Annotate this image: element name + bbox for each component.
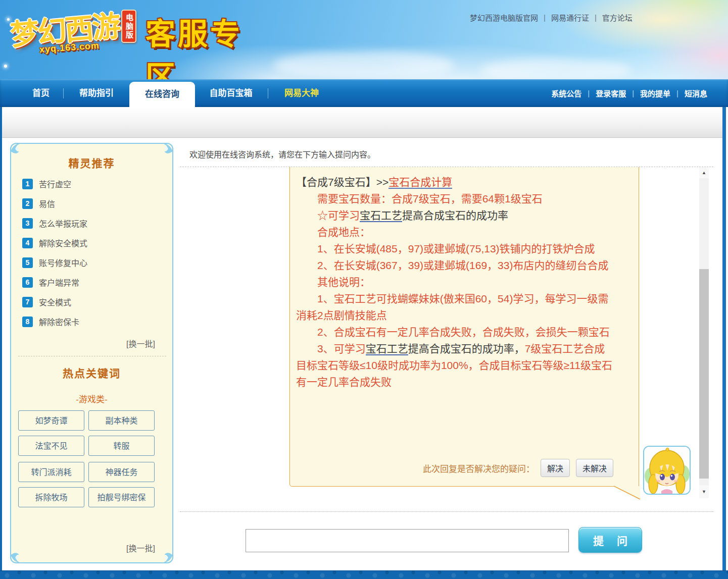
category-label: -游戏类- — [11, 392, 172, 405]
recommend-label: 解除密保卡 — [39, 315, 79, 328]
nav-item-home[interactable]: 首页 — [24, 79, 58, 107]
link-system-announcement[interactable]: 系统公告 — [551, 88, 581, 98]
scrollbar-thumb[interactable] — [699, 269, 709, 479]
chat-scrollbar[interactable]: ▲ ▼ — [699, 167, 709, 498]
recommend-item[interactable]: 3 怎么举报玩家 — [22, 217, 87, 229]
feedback-row: 此次回复是否解决您的疑问： 解决 未解决 — [423, 459, 613, 477]
link-login-service[interactable]: 登录客服 — [596, 88, 626, 98]
bubble-tail — [614, 486, 641, 500]
keyword-button[interactable]: 如梦奇谭 — [18, 410, 84, 431]
reply-other-title: 其他说明： — [296, 274, 614, 290]
question-input[interactable] — [246, 529, 569, 552]
nav-item-netease-dashen[interactable]: 网易大神 — [278, 79, 325, 107]
welcome-text: 欢迎使用在线咨询系统，请您在下方输入提问内容。 — [189, 148, 375, 160]
gem-craft-link-2[interactable]: 宝石工艺 — [366, 343, 408, 355]
nav-link-separator: | — [588, 89, 590, 97]
reply-line-quantity: 需要宝石数量：合成7级宝石，需要64颗1级宝石 — [296, 190, 614, 207]
reply-title-text: 【合成7级宝石】>> — [296, 176, 389, 188]
change-batch-link-bottom[interactable]: [换一批] — [126, 542, 155, 554]
nav-separator — [268, 88, 268, 98]
keyword-button[interactable]: 副本种类 — [88, 410, 155, 431]
recommend-label: 解除安全模式 — [39, 237, 87, 249]
rank-badge: 3 — [22, 218, 33, 229]
nav-item-toolbox[interactable]: 自助百宝箱 — [202, 79, 260, 107]
rank-badge: 1 — [22, 179, 33, 189]
site-logo[interactable]: 梦幻西游 电脑版 xyq.163.com 客服专区 — [0, 0, 273, 79]
reply-title-line: 【合成7级宝石】>>宝石合成计算 — [296, 174, 614, 190]
corner-swirl-icon — [160, 550, 174, 564]
recommend-label: 怎么举报玩家 — [39, 217, 87, 229]
keyword-button[interactable]: 神器任务 — [88, 462, 155, 482]
recommend-item[interactable]: 7 安全模式 — [22, 296, 71, 308]
reply-line-craft: ☆可学习宝石工艺提高合成宝石的成功率 — [296, 207, 614, 224]
nav-separator — [63, 88, 64, 98]
rank-badge: 7 — [22, 297, 33, 307]
recommend-label: 安全模式 — [39, 296, 71, 308]
feedback-question: 此次回复是否解决您的疑问： — [423, 462, 535, 475]
scroll-up-button[interactable]: ▲ — [699, 167, 709, 178]
recommend-item[interactable]: 8 解除密保卡 — [22, 315, 79, 328]
link-official-site[interactable]: 梦幻西游电脑版官网 — [470, 12, 538, 23]
nav-user-links: 系统公告 | 登录客服 | 我的提单 | 短消息 — [551, 79, 707, 107]
resolved-button[interactable]: 解决 — [541, 459, 570, 477]
link-netease-passport[interactable]: 网易通行证 — [551, 12, 589, 23]
main-nav: 首页 帮助指引 在线咨询 自助百宝箱 网易大神 系统公告 | 登录客服 | 我的… — [0, 79, 728, 107]
keyword-button[interactable]: 拆除牧场 — [18, 487, 84, 507]
agent-avatar-illustration — [644, 447, 690, 494]
other3-mid-text: 提高合成宝石的成功率， — [408, 343, 525, 354]
corner-swirl-icon — [10, 142, 23, 156]
keyword-button[interactable]: 转服 — [88, 436, 155, 456]
recommend-item[interactable]: 1 苦行虚空 — [22, 178, 71, 190]
craft-prefix-text: ☆可学习 — [317, 209, 360, 221]
nav-link-separator: | — [632, 89, 634, 97]
link-separator: | — [544, 13, 546, 22]
corner-swirl-icon — [160, 142, 174, 156]
site-banner: 梦幻西游 电脑版 xyq.163.com 客服专区 梦幻西游电脑版官网 | 网易… — [0, 0, 728, 79]
craft-suffix-text: 提高合成宝石的成功率 — [402, 209, 508, 221]
nav-link-separator: | — [676, 89, 678, 97]
rank-badge: 8 — [22, 317, 33, 327]
recommend-label: 易信 — [39, 197, 55, 209]
scroll-down-icon: ▼ — [702, 489, 706, 494]
reply-other-1: 1、宝石工艺可找蝴蝶妹妹(傲来国60，54)学习，每学习一级需消耗2点剧情技能点 — [296, 290, 614, 324]
rank-badge: 4 — [22, 238, 33, 248]
recommend-item[interactable]: 4 解除安全模式 — [22, 237, 87, 249]
page-left-border — [0, 107, 2, 570]
rank-badge: 6 — [22, 277, 33, 288]
nav-tab-online-consult[interactable]: 在线咨询 — [129, 82, 195, 107]
reply-location-title: 合成地点： — [296, 224, 614, 240]
change-batch-link-top[interactable]: [换一批] — [126, 337, 155, 349]
hot-keywords-title: 热点关键词 — [11, 365, 172, 380]
keyword-button[interactable]: 法宝不见 — [18, 436, 84, 456]
recommend-label: 客户端异常 — [39, 276, 79, 288]
scroll-up-icon: ▲ — [702, 170, 706, 175]
nav-item-help-guide[interactable]: 帮助指引 — [72, 79, 121, 107]
customer-service-page: 梦幻西游 电脑版 xyq.163.com 客服专区 梦幻西游电脑版官网 | 网易… — [0, 0, 728, 579]
rank-badge: 2 — [22, 198, 33, 209]
link-separator: | — [595, 13, 597, 22]
panel-divider — [18, 356, 166, 356]
recommend-item[interactable]: 6 客户端异常 — [22, 276, 79, 288]
link-short-messages[interactable]: 短消息 — [685, 88, 707, 98]
ask-button[interactable]: 提 问 — [578, 527, 642, 553]
link-my-tickets[interactable]: 我的提单 — [640, 88, 670, 98]
header-links: 梦幻西游电脑版官网 | 网易通行证 | 官方论坛 — [470, 12, 633, 23]
gem-craft-link[interactable]: 宝石工艺 — [360, 209, 402, 222]
reply-location-2: 2、在长安城(367，39)或建邺城(169，33)布店内的缝纫台合成 — [296, 257, 614, 274]
logo-badge-pc: 电脑版 — [121, 10, 136, 43]
keyword-button[interactable]: 转门派消耗 — [18, 462, 84, 482]
unresolved-button[interactable]: 未解决 — [576, 459, 613, 477]
recommend-item[interactable]: 5 账号修复中心 — [22, 256, 87, 269]
reply-other-2: 2、合成宝石有一定几率合成失败，合成失败，会损失一颗宝石 — [296, 324, 614, 340]
gem-calc-link[interactable]: 宝石合成计算 — [389, 176, 452, 189]
scroll-down-button[interactable]: ▼ — [699, 485, 709, 498]
reply-other-3: 3、可学习宝石工艺提高合成宝石的成功率，7级宝石工艺合成目标宝石等级≤10级时成… — [296, 340, 614, 390]
recommend-item[interactable]: 2 易信 — [22, 197, 55, 209]
chat-bottom-divider — [180, 511, 713, 512]
keyword-button[interactable]: 拍靓号绑密保 — [88, 487, 155, 507]
link-official-forum[interactable]: 官方论坛 — [602, 12, 633, 23]
corner-swirl-icon — [10, 550, 23, 564]
reply-bubble: 【合成7级宝石】>>宝石合成计算 需要宝石数量：合成7级宝石，需要64颗1级宝石… — [289, 167, 639, 487]
sidebar-panel: 精灵推荐 1 苦行虚空 2 易信 3 怎么举报玩家 4 解除安全模式 5 账号修… — [10, 143, 173, 563]
footer-bar — [0, 570, 728, 579]
